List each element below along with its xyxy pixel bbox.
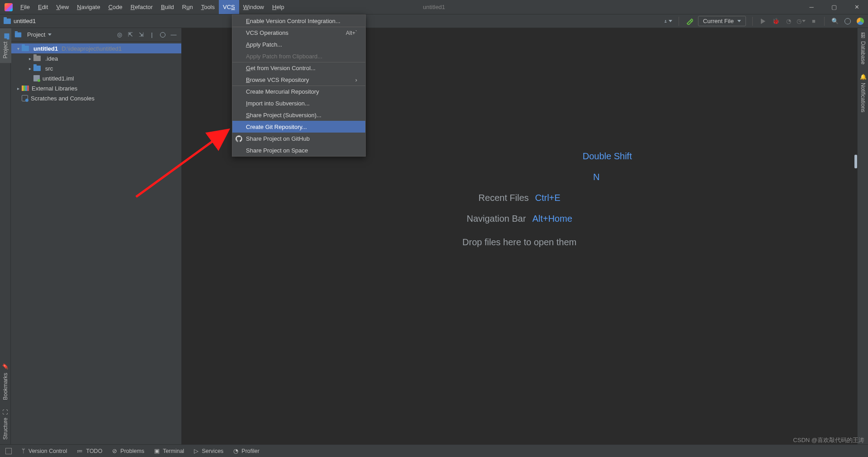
settings-gear-icon[interactable] — [844, 17, 852, 25]
project-panel-header: Project ◎ ⇱ ⇲ | — — [11, 28, 181, 42]
debug-button[interactable]: 🐞 — [772, 17, 780, 25]
folder-icon — [4, 33, 9, 38]
add-user-icon[interactable] — [664, 17, 672, 25]
window-controls: ─ ▢ ✕ — [800, 0, 868, 14]
hint-recent-key: Ctrl+E — [535, 187, 561, 208]
hide-panel-icon[interactable]: — — [170, 31, 178, 39]
menu-help[interactable]: Help — [268, 0, 288, 14]
title-bar: File Edit View Navigate Code Refactor Bu… — [0, 0, 868, 14]
vcs-import-svn[interactable]: Import into Subversion... — [232, 97, 365, 109]
menu-file[interactable]: File — [16, 0, 34, 14]
separator: | — [148, 31, 156, 39]
libraries-icon — [22, 86, 29, 91]
hint-recent: Recent Files — [478, 187, 528, 208]
expand-arrow-icon[interactable]: ▸ — [26, 66, 33, 71]
tree-folder-src[interactable]: ▸ src — [11, 63, 181, 73]
separator — [824, 17, 825, 26]
menu-edit[interactable]: Edit — [34, 0, 52, 14]
bookmark-icon: 🔖 — [2, 363, 9, 370]
tool-tab-notifications[interactable]: 🔔 Notifications — [859, 69, 868, 117]
status-problems[interactable]: ⊘Problems — [112, 447, 144, 454]
status-todo[interactable]: ≔TODO — [77, 447, 102, 454]
menu-code[interactable]: Code — [104, 0, 127, 14]
collapse-all-icon[interactable]: ⇲ — [137, 31, 145, 39]
tree-scratches[interactable]: Scratches and Consoles — [11, 93, 181, 103]
window-title: untitled1 — [423, 4, 445, 10]
project-tree[interactable]: ▾ untitled1 D:\ideaproject\untitled1 ▸ .… — [11, 42, 181, 105]
run-config-combo[interactable]: Current File — [698, 16, 746, 26]
separator — [752, 17, 753, 26]
editor-hints: Search EverywhereDouble Shift GoN Recent… — [407, 146, 632, 252]
breadcrumb[interactable]: untitled1 — [14, 18, 36, 24]
hint-search-key: Double Shift — [583, 146, 632, 167]
panel-settings-icon[interactable] — [159, 31, 167, 39]
maximize-button[interactable]: ▢ — [823, 0, 845, 14]
hint-drop-files: Drop files here to open them — [462, 237, 576, 247]
menu-tools[interactable]: Tools — [197, 0, 219, 14]
status-profiler[interactable]: ◔Profiler — [233, 447, 259, 454]
tool-tab-project[interactable]: Project — [0, 28, 11, 63]
menu-refactor[interactable]: Refactor — [127, 0, 157, 14]
tree-file-iml[interactable]: untitled1.iml — [11, 73, 181, 83]
vcs-enable-integration[interactable]: Enable Version Control Integration... — [232, 15, 365, 27]
project-panel-title[interactable]: Project — [27, 31, 45, 38]
menu-build[interactable]: Build — [157, 0, 178, 14]
vcs-browse-repo[interactable]: Browse VCS Repository› — [232, 74, 365, 86]
svg-point-0 — [665, 20, 666, 21]
submenu-arrow-icon: › — [355, 76, 357, 83]
status-terminal[interactable]: ▣Terminal — [154, 447, 184, 454]
code-with-me-icon[interactable] — [856, 17, 864, 25]
tree-folder-idea[interactable]: ▸ .idea — [11, 53, 181, 63]
services-icon: ▷ — [194, 447, 198, 454]
stop-button[interactable]: ■ — [810, 17, 818, 25]
vcs-create-hg[interactable]: Create Mercurial Repository — [232, 86, 365, 97]
hint-navbar: Navigation Bar — [467, 208, 526, 229]
expand-arrow-icon[interactable]: ▸ — [26, 56, 33, 61]
iml-file-icon — [33, 75, 40, 81]
todo-icon: ≔ — [77, 447, 83, 454]
status-services[interactable]: ▷Services — [194, 447, 223, 454]
tool-tab-database[interactable]: 🗄 Database — [859, 28, 868, 69]
left-gutter: Project Bookmarks 🔖 Structure ⛶ — [0, 28, 11, 444]
source-folder-icon — [33, 66, 41, 71]
menu-view[interactable]: View — [52, 0, 73, 14]
menu-vcs[interactable]: VCS — [219, 0, 239, 14]
search-everywhere-icon[interactable]: 🔍 — [831, 17, 839, 25]
close-button[interactable]: ✕ — [845, 0, 868, 14]
coverage-button[interactable]: ◔ — [784, 17, 793, 25]
run-button[interactable] — [759, 17, 767, 25]
menu-window[interactable]: Window — [239, 0, 268, 14]
vcs-share-space[interactable]: Share Project on Space — [232, 144, 365, 156]
locate-icon[interactable]: ◎ — [115, 31, 123, 39]
folder-icon — [15, 32, 21, 37]
status-version-control[interactable]: ᛘVersion Control — [22, 448, 67, 454]
profile-button[interactable]: ◷ — [797, 17, 805, 25]
tool-tab-bookmarks[interactable]: Bookmarks 🔖 — [1, 359, 10, 405]
tree-external-libraries[interactable]: ▸ External Libraries — [11, 83, 181, 93]
menu-run[interactable]: Run — [178, 0, 197, 14]
structure-icon: ⛶ — [2, 409, 9, 415]
tool-tab-structure[interactable]: Structure ⛶ — [1, 405, 10, 444]
menubar: File Edit View Navigate Code Refactor Bu… — [16, 0, 288, 14]
chevron-down-icon[interactable] — [48, 33, 52, 36]
expand-arrow-icon[interactable]: ▾ — [14, 46, 22, 51]
terminal-icon: ▣ — [154, 447, 160, 454]
vcs-share-svn[interactable]: Share Project (Subversion)... — [232, 109, 365, 121]
expand-arrow-icon[interactable]: ▸ — [14, 86, 22, 91]
vcs-share-github[interactable]: Share Project on GitHub — [232, 133, 365, 144]
bell-icon: 🔔 — [860, 73, 866, 80]
minimize-button[interactable]: ─ — [800, 0, 823, 14]
database-icon: 🗄 — [860, 33, 866, 38]
menu-navigate[interactable]: Navigate — [73, 0, 104, 14]
scratches-icon — [22, 95, 28, 101]
tree-root[interactable]: ▾ untitled1 D:\ideaproject\untitled1 — [11, 43, 181, 53]
vcs-get-from-vcs[interactable]: Get from Version Control... — [232, 62, 365, 74]
app-logo-icon — [5, 3, 13, 11]
vcs-operations[interactable]: VCS OperationsAlt+` — [232, 27, 365, 38]
expand-all-icon[interactable]: ⇱ — [126, 31, 134, 39]
toggle-tool-windows-icon[interactable] — [5, 448, 12, 454]
vcs-apply-patch[interactable]: Apply Patch... — [232, 38, 365, 50]
build-hammer-icon[interactable] — [685, 17, 693, 25]
project-tool-window: Project ◎ ⇱ ⇲ | — ▾ untitled1 D:\ideapro… — [11, 28, 182, 444]
vcs-create-git-repo[interactable]: Create Git Repository... — [232, 121, 365, 133]
